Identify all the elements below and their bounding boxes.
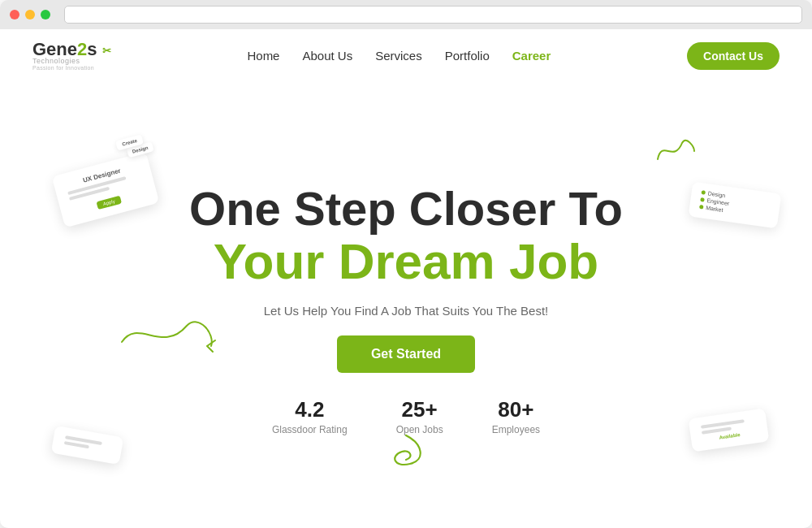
floating-card-topleft: UX Designer Apply Design Create [52,152,160,228]
nav-home[interactable]: Home [247,49,279,63]
stat-open-jobs: 25+ Open Jobs [396,397,443,435]
card-title: UX Designer [65,162,139,189]
stat-open-jobs-value: 25+ [402,397,438,422]
maximize-dot[interactable] [41,10,50,19]
card-apply-btn: Apply [97,196,122,210]
nav-services[interactable]: Services [375,49,422,63]
card-bl-line-1 [65,435,102,445]
card-row-engineer: Engineer [700,197,770,212]
floating-card-bottomleft [51,426,124,465]
card-br-line-1 [701,419,745,428]
squiggle-top-right-decoration [654,135,698,171]
stat-open-jobs-label: Open Jobs [396,424,443,435]
logo: Gene2s ✂ Technologies Passion for Innova… [32,41,111,71]
card-bl-line-2 [64,441,90,448]
stat-glassdoor-value: 4.2 [295,397,324,422]
logo-tagline: Passion for Innovation [32,65,111,71]
stat-employees-value: 80+ [498,397,533,422]
hero-section: UX Designer Apply Design Create Design E… [0,82,812,528]
hero-title-line2: Your Dream Job [214,234,598,289]
card-line-2 [69,187,110,201]
nav-home-link[interactable]: Home [247,49,279,63]
nav-career-link[interactable]: Career [512,49,551,63]
browser-window: Gene2s ✂ Technologies Passion for Innova… [0,0,812,528]
navbar: Gene2s ✂ Technologies Passion for Innova… [0,29,812,82]
card-line-1 [67,176,126,195]
stat-glassdoor: 4.2 Glassdoor Rating [272,397,348,435]
stats-row: 4.2 Glassdoor Rating 25+ Open Jobs 80+ E… [272,397,540,435]
browser-toolbar [0,0,812,29]
get-started-button[interactable]: Get Started [337,335,475,373]
stat-glassdoor-label: Glassdoor Rating [272,424,348,435]
squiggle-mid-left-decoration [114,309,219,361]
stat-employees: 80+ Employees [492,397,540,435]
squiggle-bottom-decoration [382,431,430,479]
logo-text: Gene2s ✂ [32,41,111,58]
card-tag-design: Design [127,141,154,158]
minimize-dot[interactable] [25,10,35,19]
url-bar[interactable] [64,6,802,24]
close-dot[interactable] [10,10,19,19]
nav-portfolio[interactable]: Portfolio [445,49,490,63]
nav-about[interactable]: About Us [302,49,352,63]
card-tag-create: Create [115,134,144,150]
floating-card-topright: Design Engineer Market [689,182,782,229]
card-br-line-2 [702,427,732,435]
page-content: Gene2s ✂ Technologies Passion for Innova… [0,29,812,528]
nav-career[interactable]: Career [512,49,551,63]
floating-card-bottomright: Available [689,409,770,452]
nav-services-link[interactable]: Services [375,49,422,63]
contact-us-button[interactable]: Contact Us [687,42,780,70]
hero-title-line1: One Step Closer To [189,183,623,235]
card-row-market: Market [699,204,769,219]
hero-subtitle: Let Us Help You Find A Job That Suits Yo… [264,304,549,318]
card-row-design: Design [701,189,771,205]
nav-links: Home About Us Services Portfolio Career [247,49,551,63]
nav-about-link[interactable]: About Us [302,49,352,63]
card-br-label: Available [702,430,757,442]
stat-employees-label: Employees [492,424,540,435]
nav-portfolio-link[interactable]: Portfolio [445,49,490,63]
